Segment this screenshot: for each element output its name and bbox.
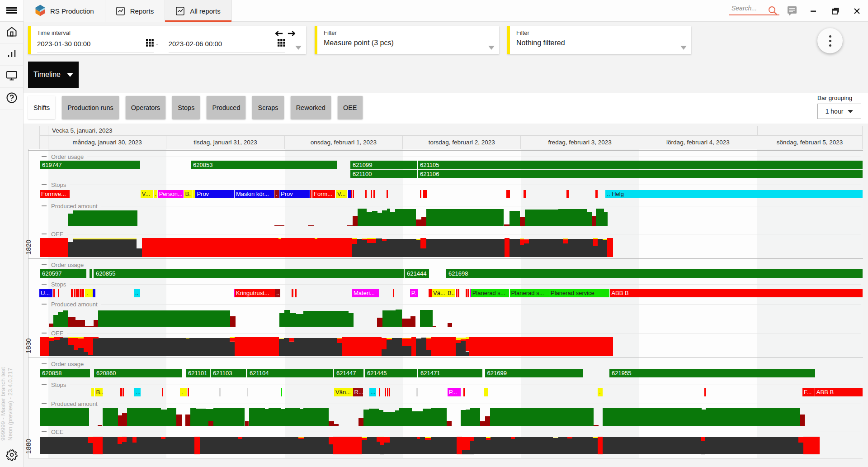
order-bar[interactable]: 621445: [365, 369, 417, 377]
order-bar[interactable]: 619747: [40, 161, 140, 169]
bar-grouping-select[interactable]: 1 hour: [817, 104, 861, 119]
stop-bar[interactable]: [566, 190, 569, 198]
stop-bar[interactable]: [420, 190, 421, 198]
stop-bar[interactable]: V...: [141, 190, 153, 198]
order-bar[interactable]: 621699: [485, 369, 583, 377]
sidebar-item-screens[interactable]: [0, 66, 23, 88]
stop-bar[interactable]: P...: [448, 388, 461, 396]
stop-bar[interactable]: .: [154, 190, 157, 198]
sidebar-item-statistics[interactable]: [0, 44, 23, 66]
stop-bar[interactable]: [123, 388, 124, 396]
stop-bar[interactable]: [458, 289, 459, 297]
stop-bar[interactable]: [188, 388, 189, 396]
stop-bar[interactable]: [467, 289, 469, 297]
measure-point-filter-card[interactable]: Filter Measure point (3 pcs): [315, 26, 499, 54]
stop-bar[interactable]: [351, 190, 352, 198]
order-bar[interactable]: 620597: [40, 269, 86, 278]
stop-bar[interactable]: [373, 190, 375, 198]
stop-bar[interactable]: [75, 289, 79, 297]
stop-bar[interactable]: Prov: [195, 190, 234, 198]
stop-bar[interactable]: [292, 289, 293, 297]
stop-bar[interactable]: [704, 388, 706, 396]
collapse-dash-icon[interactable]: [42, 284, 47, 285]
more-options-button[interactable]: [817, 28, 843, 53]
stop-bar[interactable]: [295, 289, 297, 297]
restore-window-button[interactable]: [825, 0, 846, 22]
hamburger-menu-icon[interactable]: [6, 7, 17, 14]
stop-bar[interactable]: [162, 388, 163, 396]
collapse-dash-icon[interactable]: [42, 333, 47, 334]
stop-bar[interactable]: [71, 289, 73, 297]
stop-bar[interactable]: Vän...: [334, 388, 353, 396]
stop-bar[interactable]: [429, 289, 432, 297]
stop-bar[interactable]: .: [274, 190, 279, 198]
minimize-button[interactable]: [803, 0, 824, 22]
stop-bar[interactable]: ABB B: [815, 388, 863, 396]
stop-bar[interactable]: Form...: [312, 190, 335, 198]
stop-bar[interactable]: .: [598, 388, 603, 396]
order-bar[interactable]: 621698: [446, 269, 863, 278]
collapse-dash-icon[interactable]: [42, 304, 47, 305]
order-bar[interactable]: 621103: [211, 369, 246, 377]
toggle-oee[interactable]: OEE: [338, 96, 363, 119]
stop-bar[interactable]: [365, 190, 367, 198]
stop-bar[interactable]: B.: [184, 190, 193, 198]
stop-bar[interactable]: Planerad s...: [510, 289, 549, 297]
stop-bar[interactable]: Maskin kör...: [235, 190, 274, 198]
order-bar[interactable]: 620858: [40, 369, 90, 377]
stop-bar[interactable]: F...: [802, 388, 815, 396]
stop-bar[interactable]: ...: [369, 388, 376, 396]
stop-bar[interactable]: [193, 190, 195, 198]
collapse-dash-icon[interactable]: [42, 363, 47, 364]
order-bar[interactable]: 621100: [350, 170, 417, 178]
stop-bar[interactable]: Planerad s...: [471, 289, 509, 297]
collapse-dash-icon[interactable]: [42, 234, 47, 234]
calendar-icon[interactable]: [278, 39, 285, 48]
order-bar[interactable]: 621955: [609, 369, 815, 377]
tab-all-reports[interactable]: All reports: [165, 0, 232, 22]
stop-bar[interactable]: V...: [336, 190, 347, 198]
view-selector-button[interactable]: Timeline: [28, 62, 79, 88]
stop-bar[interactable]: [91, 388, 94, 396]
stop-bar[interactable]: [506, 190, 510, 198]
stop-bar[interactable]: [463, 388, 465, 396]
collapse-dash-icon[interactable]: [42, 264, 47, 265]
search-icon[interactable]: [768, 5, 778, 17]
interval-back-arrow-icon[interactable]: [274, 30, 283, 38]
stop-bar[interactable]: Person...: [158, 190, 184, 198]
feedback-chat-icon[interactable]: [787, 6, 797, 18]
stop-bar[interactable]: [74, 289, 75, 297]
date-from-field[interactable]: 2023-01-30 00:00: [37, 39, 154, 52]
stop-bar[interactable]: [385, 388, 386, 396]
stop-bar[interactable]: [247, 388, 248, 396]
collapse-dash-icon[interactable]: [42, 184, 47, 185]
collapse-dash-icon[interactable]: [42, 403, 47, 404]
sidebar-item-help[interactable]: [0, 88, 23, 110]
order-bar[interactable]: 620855: [94, 269, 404, 278]
toggle-shifts[interactable]: Shifts: [28, 96, 55, 119]
stop-bar[interactable]: [456, 289, 458, 297]
order-bar[interactable]: 621106: [418, 170, 863, 178]
order-bar[interactable]: 621105: [418, 161, 863, 169]
toggle-stops[interactable]: Stops: [172, 96, 200, 119]
order-bar[interactable]: 621099: [350, 161, 417, 169]
measure-point-filter-expand-icon[interactable]: [488, 46, 495, 50]
order-bar[interactable]: 621444: [405, 269, 429, 278]
toggle-production-runs[interactable]: Production runs: [62, 96, 119, 119]
stop-bar[interactable]: [416, 388, 418, 396]
stop-bar[interactable]: [423, 190, 427, 198]
stop-bar[interactable]: .. Helg: [605, 190, 863, 198]
general-filter-expand-icon[interactable]: [680, 46, 687, 50]
stop-bar[interactable]: [371, 190, 372, 198]
time-interval-expand-icon[interactable]: [295, 46, 302, 50]
stop-bar[interactable]: [353, 190, 354, 198]
stop-bar[interactable]: Formve...: [40, 190, 70, 198]
order-bar[interactable]: 621104: [247, 369, 333, 377]
stop-bar[interactable]: B..: [446, 289, 455, 297]
order-bar[interactable]: 621101: [186, 369, 210, 377]
toggle-operators[interactable]: Operators: [126, 96, 165, 119]
stop-bar[interactable]: [121, 388, 122, 396]
stop-bar[interactable]: [94, 289, 95, 297]
order-bar[interactable]: 621447: [334, 369, 363, 377]
stop-bar[interactable]: [80, 289, 81, 297]
